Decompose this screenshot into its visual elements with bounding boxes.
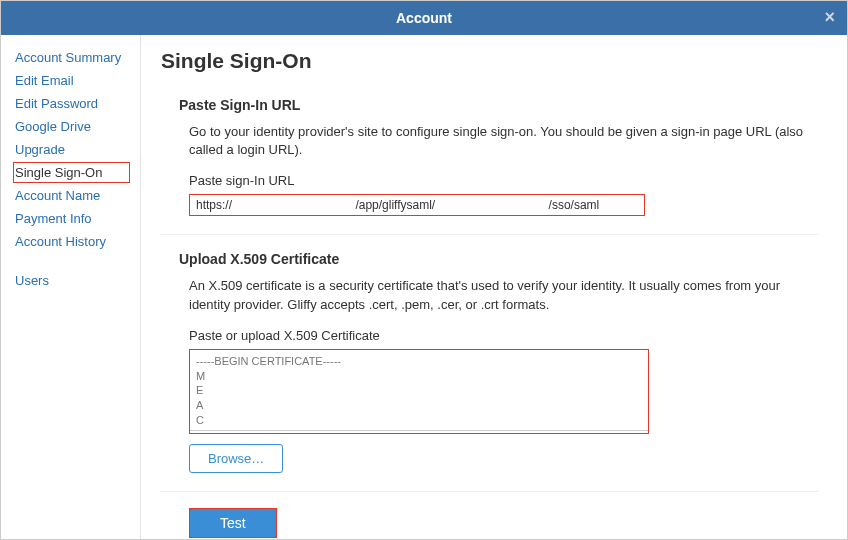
sidebar-item-users[interactable]: Users <box>13 270 130 291</box>
modal-content: Account Summary Edit Email Edit Password… <box>1 35 847 539</box>
sidebar-item-payment-info[interactable]: Payment Info <box>13 208 130 229</box>
page-title: Single Sign-On <box>161 49 819 73</box>
test-section: Test <box>161 508 819 538</box>
cert-section: Upload X.509 Certificate An X.509 certif… <box>161 251 819 491</box>
sidebar-item-edit-password[interactable]: Edit Password <box>13 93 130 114</box>
sidebar-item-account-history[interactable]: Account History <box>13 231 130 252</box>
test-highlight: Test <box>189 508 277 538</box>
sidebar-item-account-summary[interactable]: Account Summary <box>13 47 130 68</box>
signin-url-label: Paste sign-In URL <box>179 173 809 188</box>
modal-title: Account <box>396 10 452 26</box>
signin-url-desc: Go to your identity provider's site to c… <box>179 123 809 159</box>
sidebar: Account Summary Edit Email Edit Password… <box>1 35 141 539</box>
main-panel: Single Sign-On Paste Sign-In URL Go to y… <box>141 35 847 539</box>
cert-label: Paste or upload X.509 Certificate <box>179 328 809 343</box>
modal-header: Account × <box>1 1 847 35</box>
cert-desc: An X.509 certificate is a security certi… <box>179 277 809 313</box>
sidebar-item-upgrade[interactable]: Upgrade <box>13 139 130 160</box>
signin-url-title: Paste Sign-In URL <box>179 97 809 113</box>
sidebar-item-account-name[interactable]: Account Name <box>13 185 130 206</box>
cert-highlight: -----BEGIN CERTIFICATE----- M E A C <box>189 349 649 434</box>
cert-textarea[interactable]: -----BEGIN CERTIFICATE----- M E A C <box>189 349 649 431</box>
sidebar-item-google-drive[interactable]: Google Drive <box>13 116 130 137</box>
close-icon[interactable]: × <box>824 7 835 28</box>
test-button[interactable]: Test <box>189 508 277 538</box>
sidebar-spacer <box>13 254 130 268</box>
browse-button[interactable]: Browse… <box>189 444 283 473</box>
signin-url-input[interactable] <box>189 194 645 216</box>
cert-title: Upload X.509 Certificate <box>179 251 809 267</box>
sidebar-item-edit-email[interactable]: Edit Email <box>13 70 130 91</box>
signin-url-section: Paste Sign-In URL Go to your identity pr… <box>161 97 819 235</box>
sidebar-item-single-sign-on[interactable]: Single Sign-On <box>13 162 130 183</box>
signin-url-highlight <box>189 194 645 216</box>
